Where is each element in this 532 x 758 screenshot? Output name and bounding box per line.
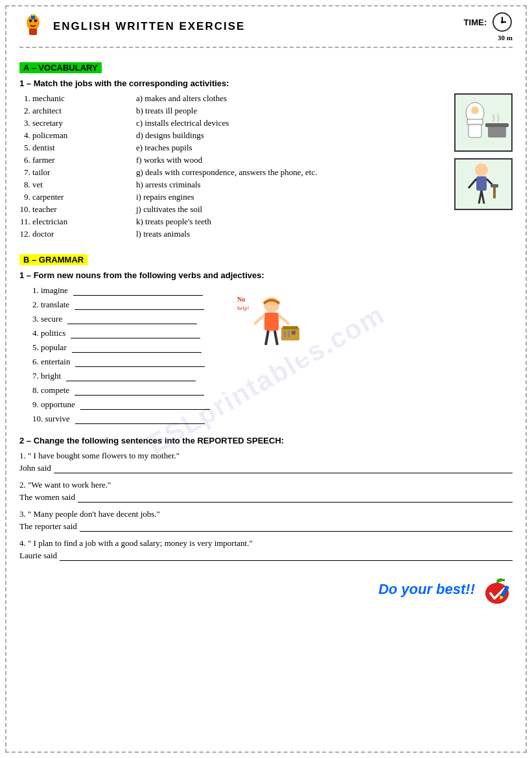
answer-underline-3[interactable]: [80, 521, 513, 532]
grammar-section: 1 – Form new nouns from the following ve…: [19, 270, 513, 561]
list-item: doctor: [32, 229, 123, 239]
answer-line[interactable]: [75, 385, 204, 396]
svg-rect-37: [292, 331, 295, 335]
list-item: policeman: [32, 130, 123, 141]
reported-item-3: 3. " Many people don't have decent jobs.…: [19, 509, 513, 532]
answer-underline-1[interactable]: [54, 463, 513, 473]
reported-label-1: John said: [19, 463, 51, 473]
list-item: 10. survive: [32, 414, 210, 424]
header: ENGLISH WRITTEN EXERCISE TIME: 30 m: [19, 12, 513, 48]
svg-rect-1: [29, 29, 37, 35]
svg-marker-5: [31, 13, 35, 16]
section-b: B – GRAMMAR 1 – Form new nouns from the …: [19, 248, 513, 561]
svg-rect-19: [476, 176, 487, 191]
answer-line[interactable]: [71, 328, 200, 338]
answer-underline-2[interactable]: [78, 492, 513, 503]
list-item: carpenter: [32, 192, 123, 202]
answer-line[interactable]: [75, 414, 205, 424]
apple-icon: [481, 574, 513, 605]
activity-item: f) works with wood: [136, 155, 435, 165]
answer-line[interactable]: [72, 342, 202, 353]
header-right: TIME: 30 m: [464, 12, 513, 41]
reported-sentence-1: 1. " I have bought some flowers to my mo…: [19, 451, 513, 461]
list-item: 4. politics: [32, 328, 210, 338]
list-item: 5. popular: [32, 342, 210, 353]
reported-sentence-2: 2. "We want to work here.": [19, 480, 513, 490]
list-item: dentist: [32, 143, 123, 153]
list-item: 8. compete: [32, 385, 210, 396]
reported-label-4: Laurie said: [19, 551, 57, 561]
activity-item: k) treats people's teeth: [136, 217, 435, 227]
answer-line[interactable]: [73, 285, 203, 296]
mascot-icon: [19, 13, 47, 40]
q-grammar-1-title: 1 – Form new nouns from the following ve…: [19, 270, 513, 280]
svg-rect-35: [284, 331, 286, 337]
activity-item: g) deals with correspondence, answers th…: [136, 167, 435, 178]
svg-rect-10: [456, 95, 511, 150]
activities-list: a) makes and alters clothes b) treats il…: [136, 93, 435, 241]
activity-item: j) cultivates the soil: [136, 204, 435, 215]
list-item: 7. bright: [32, 371, 210, 381]
reported-sentence-4: 4. " I plan to find a job with a good sa…: [19, 538, 513, 549]
reported-sentence-3: 3. " Many people don't have decent jobs.…: [19, 509, 513, 519]
activity-item: h) arrests criminals: [136, 180, 435, 190]
answer-line[interactable]: [66, 371, 196, 381]
reported-answer-1: John said: [19, 463, 513, 473]
reported-label-2: The women said: [19, 492, 75, 503]
svg-point-18: [475, 163, 488, 176]
answer-line[interactable]: [80, 399, 210, 410]
answer-line[interactable]: [75, 300, 204, 310]
do-your-best-text: Do your best!!: [378, 581, 475, 598]
svg-rect-13: [468, 124, 481, 137]
header-title: ENGLISH WRITTEN EXERCISE: [53, 20, 245, 33]
header-left: ENGLISH WRITTEN EXERCISE: [19, 13, 245, 40]
activity-item: e) teaches pupils: [136, 143, 435, 153]
section-a-heading: A – VOCABULARY: [19, 62, 102, 73]
svg-point-14: [471, 106, 479, 114]
reported-item-2: 2. "We want to work here." The women sai…: [19, 480, 513, 503]
page: ESLprintables.com ENGLISH WRITTEN EXERCI…: [0, 0, 532, 758]
activity-item: c) installs electrical devices: [136, 118, 435, 128]
footer: Do your best!!: [19, 574, 513, 605]
activity-item: a) makes and alters clothes: [136, 93, 435, 104]
q1-title: 1 – Match the jobs with the correspondin…: [19, 78, 513, 88]
list-item: mechanic: [32, 93, 123, 104]
q-grammar-2-title: 2 – Change the following sentences into …: [19, 436, 513, 445]
svg-rect-12: [467, 119, 483, 124]
answer-line[interactable]: [67, 314, 197, 324]
grammar-verbs-list: 1. imagine 2. translate 3. secure 4. pol…: [19, 285, 210, 428]
time-value: 30 m: [498, 34, 513, 41]
activity-item: d) designs buildings: [136, 130, 435, 141]
svg-rect-34: [283, 326, 298, 329]
grammar-form-area: 1. imagine 2. translate 3. secure 4. pol…: [19, 285, 513, 428]
svg-point-2: [29, 19, 32, 22]
svg-rect-16: [485, 123, 509, 127]
reported-label-3: The reporter said: [19, 521, 77, 532]
activity-item: l) treats animals: [136, 229, 435, 239]
clock-icon: [492, 12, 513, 32]
svg-text:No: No: [237, 296, 245, 303]
list-item: secretary: [32, 118, 123, 128]
vocab-area: mechanic architect secretary policeman d…: [19, 93, 513, 241]
section-a: A – VOCABULARY 1 – Match the jobs with t…: [19, 56, 513, 241]
svg-rect-28: [264, 313, 279, 331]
svg-rect-15: [488, 126, 506, 137]
svg-text:help!: help!: [237, 305, 249, 311]
list-item: teacher: [32, 204, 123, 215]
svg-rect-36: [288, 331, 290, 337]
list-item: architect: [32, 106, 123, 116]
list-item: 3. secure: [32, 314, 210, 324]
reported-answer-4: Laurie said: [19, 551, 513, 561]
activity-item: b) treats ill people: [136, 106, 435, 116]
list-item: farmer: [32, 155, 123, 165]
jobs-list: mechanic architect secretary policeman d…: [19, 93, 123, 241]
reported-item-4: 4. " I plan to find a job with a good sa…: [19, 538, 513, 561]
vocab-image-2: [454, 158, 513, 210]
svg-point-3: [34, 19, 37, 22]
answer-line[interactable]: [75, 357, 205, 367]
answer-underline-4[interactable]: [60, 551, 513, 561]
list-item: electrician: [32, 217, 123, 227]
vocab-images: [454, 93, 513, 241]
reported-answer-2: The women said: [19, 492, 513, 503]
time-label: TIME:: [464, 18, 487, 27]
